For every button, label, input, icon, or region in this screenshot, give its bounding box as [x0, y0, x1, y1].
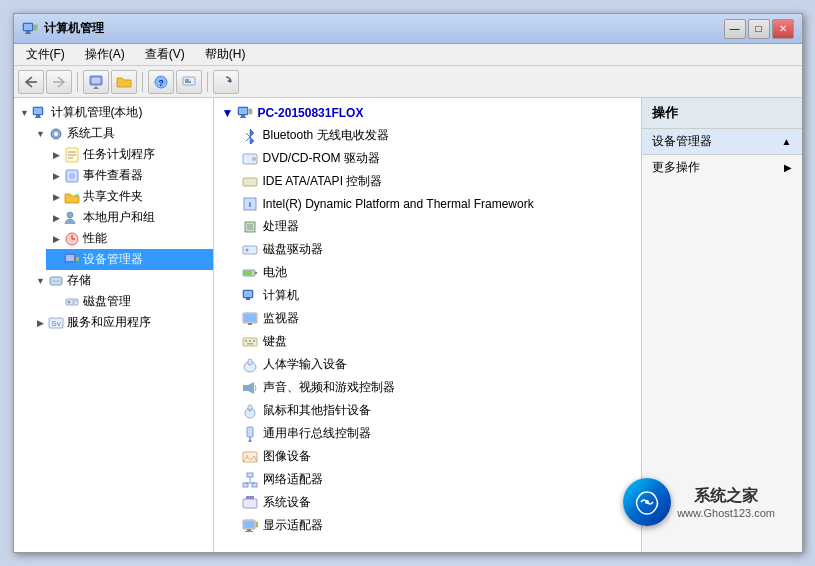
title-bar-left: 计算机管理 [22, 20, 104, 37]
svg-rect-73 [247, 343, 253, 345]
tree-disk-management[interactable]: ▶ 磁盘管理 [46, 291, 213, 312]
right-selected-action[interactable]: 设备管理器 ▲ [642, 129, 802, 155]
computer-root-icon [237, 105, 253, 121]
svg-rect-34 [66, 255, 74, 261]
battery-label: 电池 [263, 264, 287, 281]
toolbar: ? [14, 66, 802, 98]
system-tools-icon [48, 126, 64, 142]
right-more-actions[interactable]: 更多操作 ▶ [642, 155, 802, 180]
device-keyboard[interactable]: 键盘 [214, 330, 641, 353]
forward-button[interactable] [46, 70, 72, 94]
sound-icon [242, 380, 258, 396]
device-monitor[interactable]: 监视器 [214, 307, 641, 330]
devmgr-icon [64, 252, 80, 268]
tree-root-item[interactable]: ▼ 计算机管理(本地) [14, 102, 213, 123]
action-arrow-icon: ▲ [782, 136, 792, 147]
bluetooth-label: Bluetooth 无线电收发器 [263, 127, 389, 144]
monitor-icon [242, 311, 258, 327]
tree-shared-folder[interactable]: ▶ 共享文件夹 [46, 186, 213, 207]
svg-rect-97 [245, 531, 253, 532]
tree-services[interactable]: ▶ Sv 服务和应用程序 [30, 312, 213, 333]
svg-rect-17 [34, 108, 42, 114]
svg-rect-87 [243, 483, 248, 487]
device-intel[interactable]: i Intel(R) Dynamic Platform and Thermal … [214, 193, 641, 215]
tree-event-viewer[interactable]: ▶ 事件查看器 [46, 165, 213, 186]
menu-file[interactable]: 文件(F) [18, 44, 73, 65]
svg-point-83 [248, 439, 251, 442]
toolbar-sep3 [207, 72, 208, 92]
svg-point-29 [67, 212, 73, 218]
menu-help[interactable]: 帮助(H) [197, 44, 254, 65]
devmgr-label: 设备管理器 [83, 251, 143, 268]
content-area: ▼ 计算机管理(本地) ▼ [14, 98, 802, 552]
tree-storage[interactable]: ▼ 存储 [30, 270, 213, 291]
svg-rect-3 [25, 33, 31, 34]
svg-point-28 [75, 194, 79, 198]
minimize-button[interactable]: — [724, 19, 746, 39]
device-bluetooth[interactable]: Bluetooth 无线电收发器 [214, 124, 641, 147]
task-expand: ▶ [50, 148, 64, 162]
maximize-button[interactable]: □ [748, 19, 770, 39]
device-image[interactable]: 图像设备 [214, 445, 641, 468]
computer-root[interactable]: ▼ PC-20150831FLOX [214, 102, 641, 124]
monitor-label: 监视器 [263, 310, 299, 327]
svg-text:Sv: Sv [51, 319, 60, 328]
device-mouse[interactable]: 鼠标和其他指针设备 [214, 399, 641, 422]
svg-point-59 [245, 248, 248, 251]
close-button[interactable]: ✕ [772, 19, 794, 39]
battery-icon [242, 265, 258, 281]
task-icon [64, 147, 80, 163]
svg-rect-75 [248, 359, 252, 365]
device-hid[interactable]: 人体学输入设备 [214, 353, 641, 376]
menu-view[interactable]: 查看(V) [137, 44, 193, 65]
mouse-label: 鼠标和其他指针设备 [263, 402, 371, 419]
system-tools-expand: ▼ [34, 127, 48, 141]
tree-device-manager[interactable]: ▶ 设备管理器 [46, 249, 213, 270]
users-label: 本地用户和组 [83, 209, 155, 226]
device-usb[interactable]: 通用串行总线控制器 [214, 422, 641, 445]
device-battery[interactable]: 电池 [214, 261, 641, 284]
event-label: 事件查看器 [83, 167, 143, 184]
device-sound[interactable]: 声音、视频和游戏控制器 [214, 376, 641, 399]
device-ide[interactable]: IDE ATA/ATAPI 控制器 [214, 170, 641, 193]
device-cdrom[interactable]: DVD/CD-ROM 驱动器 [214, 147, 641, 170]
back-button[interactable] [18, 70, 44, 94]
ide-label: IDE ATA/ATAPI 控制器 [263, 173, 383, 190]
help-button[interactable]: ? [148, 70, 174, 94]
right-header: 操作 [642, 98, 802, 129]
title-icon [22, 21, 38, 37]
tree-local-users[interactable]: ▶ 本地用户和组 [46, 207, 213, 228]
device-display[interactable]: 显示适配器 [214, 514, 641, 537]
perf-icon [64, 231, 80, 247]
cpu-icon [242, 219, 258, 235]
tree-task-scheduler[interactable]: ▶ 任务计划程序 [46, 144, 213, 165]
device-system[interactable]: 系统设备 [214, 491, 641, 514]
comp-icon [242, 288, 258, 304]
system-label: 系统设备 [263, 494, 311, 511]
svg-rect-95 [244, 521, 254, 528]
console-button[interactable] [176, 70, 202, 94]
up-button[interactable] [83, 70, 109, 94]
display-icon [242, 518, 258, 534]
folder-button[interactable] [111, 70, 137, 94]
device-network[interactable]: 网络适配器 [214, 468, 641, 491]
toolbar-sep2 [142, 72, 143, 92]
users-expand: ▶ [50, 211, 64, 225]
right-panel: 操作 设备管理器 ▲ 更多操作 ▶ [642, 98, 802, 552]
mouse-icon [242, 403, 258, 419]
device-cpu[interactable]: 处理器 [214, 215, 641, 238]
system-tools-label: 系统工具 [67, 125, 115, 142]
refresh-button[interactable] [213, 70, 239, 94]
selected-action-label: 设备管理器 [652, 133, 712, 150]
device-computer[interactable]: 计算机 [214, 284, 641, 307]
tree-system-tools[interactable]: ▼ 系统工具 [30, 123, 213, 144]
svg-rect-2 [26, 31, 30, 33]
shared-label: 共享文件夹 [83, 188, 143, 205]
image-label: 图像设备 [263, 448, 311, 465]
device-disk[interactable]: 磁盘驱动器 [214, 238, 641, 261]
svg-rect-47 [240, 117, 246, 118]
perf-label: 性能 [83, 230, 107, 247]
menu-action[interactable]: 操作(A) [77, 44, 133, 65]
tree-performance[interactable]: ▶ 性能 [46, 228, 213, 249]
usb-label: 通用串行总线控制器 [263, 425, 371, 442]
